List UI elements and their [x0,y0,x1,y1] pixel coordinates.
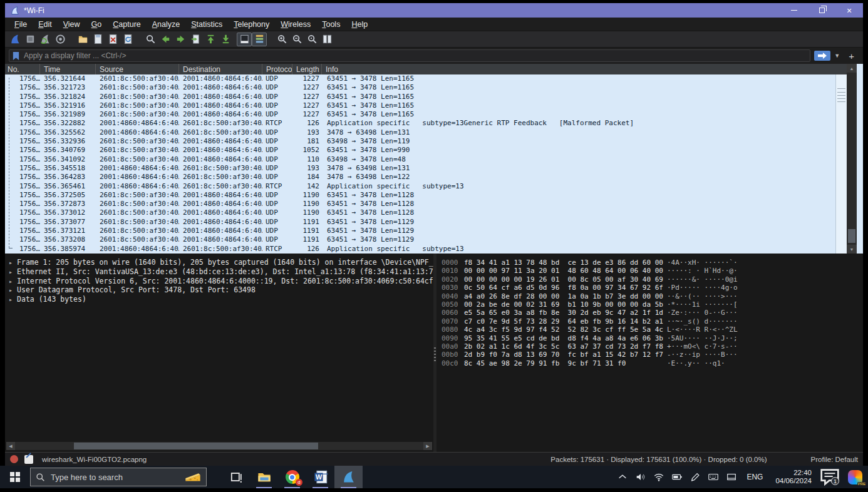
start-button[interactable] [0,466,30,488]
taskbar-search[interactable]: Type here to search [30,468,207,486]
hex-row[interactable]: 0070c7 c0 7e 9d 5f 73 28 29 64 eb fb 9b … [442,317,863,325]
packet-row[interactable]: 1756…356.3228822001:4860:4864:6:40…2601:… [5,119,835,128]
menu-analyze[interactable]: Analyze [147,19,185,30]
save-file-button[interactable] [90,33,105,46]
language-indicator[interactable]: ENG [740,473,769,481]
packet-row[interactable]: 1756…356.3407692601:8c:500:af30:40…2001:… [5,146,835,155]
go-forward-button[interactable] [173,33,188,46]
touch-keyboard-button[interactable] [704,466,722,488]
hex-row[interactable]: 005000 2a be de 00 02 31 69 b1 10 9b 00 … [442,300,863,309]
packet-row[interactable]: 1756…356.3859742001:4860:4864:6:40…2601:… [5,245,835,254]
menu-edit[interactable]: Edit [33,19,58,30]
packet-row[interactable]: 1756…356.3255622001:4860:4864:6:40…2601:… [5,128,835,137]
scroll-up-arrow[interactable]: ▲ [847,64,857,73]
packet-row[interactable]: 1756…356.3732082601:8c:500:af30:40…2001:… [5,235,835,244]
scrollbar-thumb[interactable] [848,229,855,243]
detail-line[interactable]: ▸Ethernet II, Src: VantivaUSA_13:de:e3 (… [9,267,433,277]
bookmark-icon[interactable] [12,51,20,61]
packet-row[interactable]: 1756…356.3654612001:4860:4864:6:40…2601:… [5,182,835,191]
taskbar-clock[interactable]: 22:40 04/06/2024 [769,469,818,485]
detail-line[interactable]: ▸Data (143 bytes) [9,295,433,304]
start-capture-button[interactable] [8,33,23,46]
capture-options-button[interactable] [53,33,68,46]
zoom-in-button[interactable] [274,33,289,46]
stop-capture-button[interactable] [23,33,38,46]
file-explorer-taskbar-button[interactable] [250,466,278,488]
wireshark-taskbar-button[interactable] [334,466,363,488]
zoom-reset-button[interactable] [304,33,319,46]
packet-row[interactable]: 1756…356.3410922601:8c:500:af30:40…2001:… [5,155,835,164]
colorize-button[interactable] [252,33,267,46]
packet-row[interactable]: 1756…356.3642832001:4860:4864:6:40…2601:… [5,173,835,182]
filter-dropdown-button[interactable]: ▼ [830,53,844,59]
expander-icon[interactable]: ▸ [9,287,13,294]
restore-button[interactable] [808,3,835,18]
detail-line[interactable]: ▸User Datagram Protocol, Src Port: 3478,… [9,285,433,295]
hscrollbar-thumb[interactable] [74,443,318,449]
packet-row[interactable]: 1756…356.3329362601:8c:500:af30:40…2001:… [5,137,835,146]
hex-row[interactable]: 0000f8 34 41 a1 13 78 48 bd ce 13 de e3 … [442,259,863,267]
menu-wireless[interactable]: Wireless [275,19,316,30]
hex-row[interactable]: 00b02d b9 f0 7a d8 13 69 70 fc bf a1 15 … [442,351,863,359]
packet-row[interactable]: 1756…356.3217232601:8c:500:af30:40…2001:… [5,83,835,92]
hex-row[interactable]: 00c08c 45 ae 98 2e 79 91 fb 9c bf 71 31 … [442,359,863,367]
menu-help[interactable]: Help [346,19,373,30]
hex-row[interactable]: 009095 35 41 55 e5 cd de bd d8 f4 4a a8 … [442,334,863,342]
display-filter-box[interactable] [9,49,810,62]
profile-label[interactable]: Profile: Default [811,456,858,463]
hex-row[interactable]: 00300c 50 64 cf a6 d5 0d 96 f8 0a 00 97 … [442,284,863,292]
minimize-button[interactable] [780,3,808,18]
column-header-info[interactable]: Info [322,64,847,74]
scroll-left-arrow[interactable]: ◀ [6,442,15,450]
display-filter-input[interactable] [24,51,807,60]
go-to-packet-button[interactable] [188,33,203,46]
details-hscrollbar[interactable]: ◀ ▶ [6,442,432,450]
go-first-button[interactable] [203,33,218,46]
packet-list-scrollbar[interactable]: ▲ ▼ [847,64,857,254]
packet-row[interactable]: 1756…356.3730122601:8c:500:af30:40…2001:… [5,208,835,217]
menu-statistics[interactable]: Statistics [185,19,228,30]
open-file-button[interactable] [75,33,90,46]
column-header-protocol[interactable]: Protocol [262,64,292,74]
restart-capture-button[interactable] [38,33,53,46]
hex-row[interactable]: 002000 00 00 00 00 19 26 01 00 8c 05 00 … [442,275,863,284]
scroll-right-arrow[interactable]: ▶ [423,442,432,450]
packet-row[interactable]: 1756…356.3219892601:8c:500:af30:40…2001:… [5,110,835,119]
packet-minimap[interactable] [835,74,847,254]
packet-row[interactable]: 1756…356.3725052601:8c:500:af30:40…2001:… [5,191,835,200]
packet-row[interactable]: 1756…356.3728732601:8c:500:af30:40…2001:… [5,200,835,208]
volume-button[interactable] [631,466,649,488]
chevron-up-button[interactable] [613,466,631,488]
pen-button[interactable] [686,466,704,488]
close-button[interactable]: × [835,3,863,18]
expander-icon[interactable]: ▸ [9,296,13,303]
scroll-down-arrow[interactable]: ▼ [847,245,857,254]
menu-view[interactable]: View [58,19,86,30]
action-center-button[interactable]: 1 [818,466,842,488]
column-header-no[interactable]: No. [5,64,40,74]
menu-capture[interactable]: Capture [107,19,146,30]
resize-columns-button[interactable] [319,33,334,46]
packet-row[interactable]: 1756…356.3219162601:8c:500:af30:40…2001:… [5,101,835,110]
hex-row[interactable]: 0060e5 5a 65 e0 3a a8 fb 8e 30 2d eb 9c … [442,309,863,317]
add-filter-button[interactable]: + [844,51,859,61]
hex-row[interactable]: 0040a4 a0 26 8e df 28 00 00 1a 0a 1b b7 … [442,292,863,300]
column-header-time[interactable]: Time [40,64,96,74]
packet-row[interactable]: 1756…356.3730772601:8c:500:af30:40…2001:… [5,218,835,227]
detail-line[interactable]: ▸Frame 1: 205 bytes on wire (1640 bits),… [9,258,433,267]
menu-file[interactable]: File [9,19,33,30]
close-file-button[interactable] [105,33,120,46]
packet-row[interactable]: 1756…356.3455182001:4860:4864:6:40…2601:… [5,164,835,173]
go-last-button[interactable] [218,33,233,46]
go-back-button[interactable] [158,33,173,46]
expander-icon[interactable]: ▸ [9,259,13,266]
hex-row[interactable]: 00804c a4 3c f5 9d 97 f4 52 52 82 3c cf … [442,325,863,334]
menu-tools[interactable]: Tools [316,19,346,30]
zoom-out-button[interactable] [289,33,304,46]
battery-button[interactable] [668,466,686,488]
word-taskbar-button[interactable]: W [306,466,334,488]
capture-comment-icon[interactable] [24,455,33,464]
expander-icon[interactable]: ▸ [9,278,13,285]
expander-icon[interactable]: ▸ [9,269,13,275]
hex-row[interactable]: 001000 00 00 97 11 3a 20 01 48 60 48 64 … [442,267,863,275]
